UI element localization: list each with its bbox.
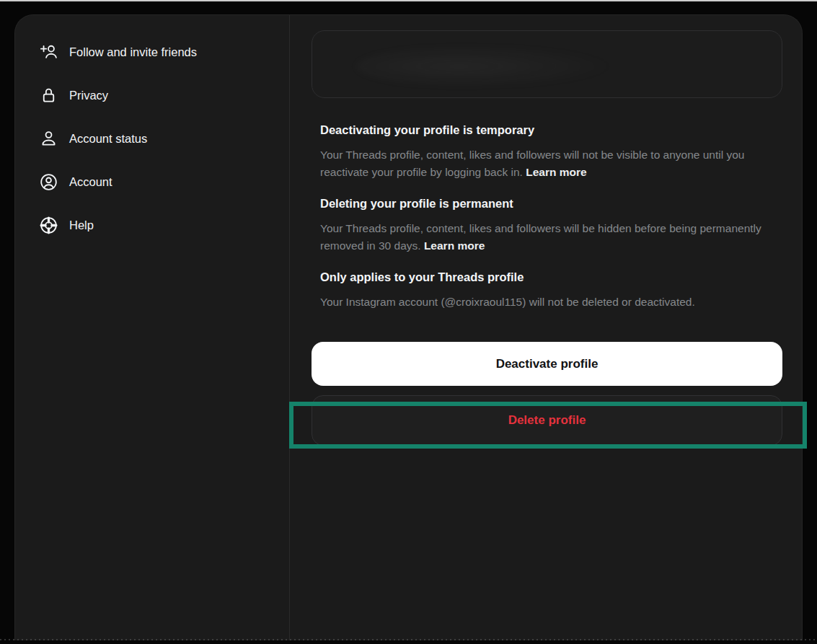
sidebar-item-label: Help — [69, 219, 94, 231]
lifebuoy-icon — [38, 215, 58, 235]
person-add-icon — [38, 42, 58, 62]
body-text: Your Threads profile, content, likes and… — [320, 222, 761, 252]
threads-settings-screen: Follow and invite friends Privacy — [0, 0, 817, 644]
learn-more-link[interactable]: Learn more — [526, 166, 586, 178]
lock-icon — [38, 85, 58, 105]
section-heading-only-applies: Only applies to your Threads profile — [320, 268, 524, 286]
section-body-only-applies: Your Instagram account (@croixraoul115) … — [320, 294, 777, 311]
sidebar-item-label: Account status — [69, 133, 147, 145]
learn-more-link[interactable]: Learn more — [424, 239, 485, 252]
window-bottom-edge — [0, 639, 817, 640]
sidebar-item-help[interactable]: Help — [38, 214, 94, 236]
section-body-deactivate: Your Threads profile, content, likes and… — [320, 146, 777, 180]
sidebar-item-account[interactable]: Account — [38, 171, 112, 193]
settings-sidebar: Follow and invite friends Privacy — [15, 15, 289, 640]
section-heading-delete: Deleting your profile is permanent — [320, 195, 513, 212]
sidebar-item-label: Privacy — [69, 89, 108, 102]
delete-profile-button[interactable]: Delete profile — [312, 395, 782, 446]
sidebar-item-privacy[interactable]: Privacy — [38, 84, 108, 106]
blurred-content — [355, 44, 615, 89]
section-body-delete: Your Threads profile, content, likes and… — [320, 220, 777, 254]
settings-card: Follow and invite friends Privacy — [14, 14, 803, 640]
person-circle-icon — [38, 172, 58, 192]
sidebar-item-follow-and-invite-friends[interactable]: Follow and invite friends — [38, 41, 197, 63]
sidebar-item-label: Account — [69, 176, 112, 188]
deactivate-delete-panel: Deactivating your profile is temporary Y… — [289, 15, 803, 640]
section-heading-deactivate: Deactivating your profile is temporary — [320, 121, 534, 138]
body-text: Your Instagram account (@croixraoul115) … — [320, 296, 695, 308]
sidebar-item-account-status[interactable]: Account status — [38, 128, 147, 149]
sidebar-item-label: Follow and invite friends — [69, 46, 197, 58]
deactivate-profile-button[interactable]: Deactivate profile — [312, 342, 782, 386]
person-icon — [38, 128, 58, 149]
window-top-edge — [0, 0, 817, 1]
profile-preview-box — [312, 30, 782, 98]
